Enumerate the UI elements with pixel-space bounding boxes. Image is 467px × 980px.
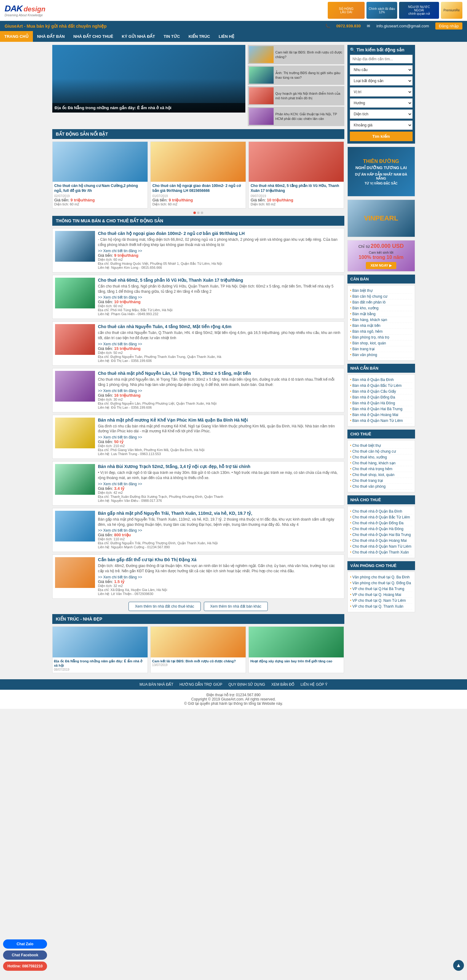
nha-cho-thue-link-1[interactable]: Cho thuê nhà ở Quận Bắc Từ Liêm [350, 514, 412, 520]
arch-card-1-title[interactable]: Địa ốc Đà Nẵng trong những năm gần đây: … [54, 659, 146, 668]
can-ban-link-5[interactable]: Bán hàng, khách sạn [350, 317, 412, 323]
btn-thue[interactable]: Xem thêm tin nhà đất cho thuê khác [129, 602, 200, 611]
listing-1-more[interactable]: >> Xem chi tiết tin đăng >> [98, 249, 342, 253]
can-ban-link-3[interactable]: Bán kho, xưởng [350, 305, 412, 311]
cho-thue-link-5[interactable]: Cho thuê shop, kiot, quán [350, 472, 412, 478]
listing-2-more[interactable]: >> Xem chi tiết tin đăng >> [98, 295, 342, 299]
search-type-select[interactable]: Loại bất động sản [350, 76, 413, 86]
search-address-input[interactable] [350, 55, 413, 64]
nav-lien-he[interactable]: LIÊN HỆ [214, 31, 238, 42]
cho-thue-link-0[interactable]: Cho thuê biệt thự [350, 443, 412, 449]
nha-can-ban-link-2[interactable]: Bán nhà ở Quận Cầu Giấy [350, 389, 412, 395]
listing-1-title[interactable]: Cho thuê căn hộ ngoại giao đoàn 100m2- 2… [98, 231, 342, 236]
nha-can-ban-link-4[interactable]: Bán nhà ở Quận Hà Đông [350, 400, 412, 406]
can-ban-link-4[interactable]: Bán mặt bằng [350, 311, 412, 317]
search-button[interactable]: Tìm kiếm [350, 132, 413, 141]
nha-can-ban-link-1[interactable]: Bán nhà ở Quận Bắc Từ Liêm [350, 383, 412, 389]
nha-cho-thue-link-4[interactable]: Cho thuê nhà ở Quận Hai Bà Trưng [350, 532, 412, 538]
van-phong-link-3[interactable]: VP cho thuê tại Q. Hoàng Mai [350, 592, 412, 598]
van-phong-link-0[interactable]: Văn phòng cho thuê tại Q. Ba Đình [350, 574, 412, 580]
listing-8-body: Cần bán gấp đất thổ cư tại Khu Đô Thị Đặ… [98, 557, 342, 596]
nha-cho-thue-link-0[interactable]: Cho thuê nhà ở Quận Ba Đình [350, 509, 412, 514]
nav-tin-tuc[interactable]: TIN TỨC [159, 31, 184, 42]
can-ban-link-11[interactable]: Bán văn phòng [350, 352, 412, 358]
hero-thumbs: Cam kết lãi tại BĐS: Bình mới rượu cũ đư… [248, 45, 344, 126]
listing-2-title[interactable]: Cho thuê nhà 60m2, 5 tầng phần lô Vũ Hữu… [98, 278, 342, 283]
nha-cho-thue-link-2[interactable]: Cho thuê nhà ở Quận Đống Đa [350, 520, 412, 526]
cho-thue-link-2[interactable]: Cho thuê kho, xưởng [350, 455, 412, 460]
nav-nha-dat-ban[interactable]: NHÀ ĐẤT BÁN [33, 31, 69, 42]
listing-4-title[interactable]: Cho thuê nhà mặt phố Nguyễn Lân, Lê Trọn… [98, 371, 342, 376]
cho-thue-link-3[interactable]: Cho thuê hàng, khách sạn [350, 460, 412, 466]
sidebar: 🔍 Tìm kiếm bất động sản Nhu cầu Loại bất… [348, 45, 415, 676]
nav-ky-gui[interactable]: KÝ GỬI NHÀ ĐẤT [118, 31, 159, 42]
can-ban-link-1[interactable]: Bán căn hộ chung cư [350, 294, 412, 299]
van-phong-link-2[interactable]: VP cho thuê tại Q.Hai Bà Trưng [350, 586, 412, 592]
listing-8-more[interactable]: >> Xem chi tiết tin đăng >> [98, 575, 342, 579]
arch-card-2-title[interactable]: Cam kết lãi tại BĐS: Bình mới rượu cũ đư… [152, 659, 244, 663]
listing-3-image [55, 324, 95, 355]
dot-2[interactable] [197, 212, 200, 214]
can-ban-link-2[interactable]: Bán đất nền phân lô [350, 299, 412, 305]
cho-thue-link-7[interactable]: Cho thuê văn phòng [350, 484, 412, 490]
search-location-select[interactable]: Vị trí [350, 88, 413, 97]
footer-link-0[interactable]: MUA BÁN NHÀ ĐẤT [140, 682, 173, 687]
nav-kien-truc[interactable]: KIẾN TRÚC [184, 31, 214, 42]
search-need-select[interactable]: Nhu cầu [350, 65, 413, 75]
btn-ban[interactable]: Xem thêm tin nhà đất bán khác [204, 602, 268, 611]
arch-card-3: Hoạt động xây dựng sàn bay trên thế giới… [248, 626, 344, 673]
nav-nha-dat-cho-thue[interactable]: NHÀ ĐẤT CHO THUÊ [69, 31, 118, 42]
can-ban-link-10[interactable]: Bán trang trại [350, 346, 412, 352]
cho-thue-link-1[interactable]: Cho thuê căn hộ chung cư [350, 449, 412, 455]
can-ban-link-0[interactable]: Bán biệt thự [350, 288, 412, 294]
nav-trang-chu[interactable]: TRANG CHỦ [0, 31, 33, 42]
listing-6-more[interactable]: >> Xem chi tiết tin đăng >> [98, 482, 342, 486]
van-phong-link-5[interactable]: VP cho thuê tại Q. Thanh Xuân [350, 604, 412, 609]
nha-can-ban-link-6[interactable]: Bán nhà ở Quận Hoàng Mai [350, 412, 412, 418]
can-ban-link-7[interactable]: Bán nhà ngõ, hẻm [350, 329, 412, 334]
nha-can-ban-link-0[interactable]: Bán nhà ở Quận Ba Đình [350, 377, 412, 383]
listing-5-more[interactable]: >> Xem chi tiết tin đăng >> [98, 435, 342, 439]
can-ban-link-8[interactable]: Bán phòng trọ, nhà trọ [350, 334, 412, 340]
xem-ngay-button[interactable]: XEM NGAY ▶ [366, 262, 396, 269]
listing-7-title[interactable]: Bán gấp nhà mặt phố Nguyễn Trãi, Thanh X… [98, 511, 342, 515]
hero-thumb-1[interactable]: Cam kết lãi tại BĐS: Bình mới rượu cũ đư… [248, 45, 344, 64]
search-direction-select[interactable]: Hướng [350, 99, 413, 108]
footer-link-4[interactable]: LIÊN HỆ GÓP Ý [300, 682, 327, 687]
listing-7-more[interactable]: >> Xem chi tiết tin đăng >> [98, 528, 342, 533]
login-button[interactable]: Đăng nhập [435, 22, 462, 30]
listing-2-price: 10 triệu/tháng [114, 299, 140, 304]
listing-4-more[interactable]: >> Xem chi tiết tin đăng >> [98, 389, 342, 393]
cho-thue-link-6[interactable]: Cho thuê trang trại [350, 478, 412, 484]
nha-can-ban-link-7[interactable]: Bán nhà ở Quận Nam Từ Liêm [350, 418, 412, 424]
footer-link-2[interactable]: QUY ĐỊNH SỬ DỤNG [229, 682, 265, 687]
nha-cho-thue-link-6[interactable]: Cho thuê nhà ở Quận Nam Từ Liêm [350, 544, 412, 549]
arch-card-3-title[interactable]: Hoạt động xây dựng sàn bay trên thế giới… [250, 659, 342, 663]
van-phong-link-4[interactable]: VP cho thuê tại Q. Nam Từ Liêm [350, 598, 412, 604]
hero-thumb-4[interactable]: Phân khu KCN: Giải thuật tại Hà Nội, TP … [248, 107, 344, 126]
dot-1[interactable] [194, 212, 196, 214]
hero-thumb-img-1 [249, 46, 273, 63]
footer-link-1[interactable]: HƯỚNG DẪN TRỢ GIÚP [179, 682, 222, 687]
dot-3[interactable] [201, 212, 203, 214]
search-area-select[interactable]: Diện tích [350, 110, 413, 119]
nha-can-ban-link-5[interactable]: Bán nhà ở Quận Hai Bà Trưng [350, 406, 412, 412]
nha-can-ban-link-3[interactable]: Bán nhà ở Quận Đống Đa [350, 395, 412, 400]
listing-6-title[interactable]: Bán nhà Bùi Xương Trạch 52m2, 5tầng, 3,4… [98, 464, 342, 469]
nha-cho-thue-link-3[interactable]: Cho thuê nhà ở Quận Hà Đông [350, 526, 412, 532]
cho-thue-link-4[interactable]: Cho thuê nhà trọng hẻm [350, 466, 412, 472]
van-phong-link-1[interactable]: Văn phòng cho thuê tại Q. Đống Đa [350, 580, 412, 586]
listing-8-title[interactable]: Cần bán gấp đất thổ cư tại Khu Đô Thị Đặ… [98, 557, 342, 562]
hero-thumb-3[interactable]: Quy hoạch gà Hà Nội thành điểm hình của … [248, 86, 344, 105]
hero-thumb-2[interactable]: Ảnh: Thị trường BĐS đang bị giới siêu gi… [248, 65, 344, 85]
listing-5-title[interactable]: Bán nhà mặt phố mương Kẻ Khế Vạn Phúc Ki… [98, 418, 342, 423]
hero-thumb-img-3 [249, 88, 273, 104]
nha-cho-thue-link-5[interactable]: Cho thuê nhà ở Quận Hoàng Mai [350, 538, 412, 544]
can-ban-link-9[interactable]: Bán shop, kiot, quán [350, 340, 412, 346]
can-ban-link-6[interactable]: Bán nhà mặt tiền [350, 323, 412, 329]
listing-3-more[interactable]: >> Xem chi tiết tin đăng >> [98, 342, 342, 346]
nha-cho-thue-link-7[interactable]: Cho thuê nhà ở Quận Thanh Xuân [350, 549, 412, 555]
search-price-select[interactable]: Khoảng giá [350, 121, 413, 130]
listing-3-title[interactable]: Cho thuê căn nhà Nguyễn Tuân, 4 tầng 50m… [98, 324, 342, 329]
footer-link-3[interactable]: XEM BẢN ĐỒ [271, 682, 294, 687]
